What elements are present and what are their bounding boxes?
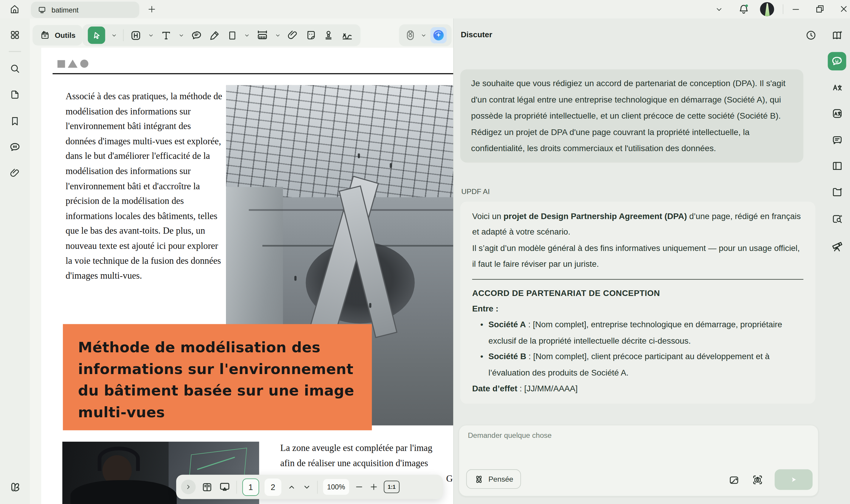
tools-menu-button[interactable]: Outils (33, 25, 83, 46)
shapes-icon[interactable] (227, 30, 238, 41)
next-page-icon[interactable] (302, 482, 312, 492)
ai-search-button[interactable] (831, 213, 844, 225)
close-window-button[interactable] (839, 4, 849, 14)
zoom-level-box[interactable]: 100% (323, 479, 349, 495)
stamp-icon[interactable] (323, 29, 335, 41)
reading-mode-button[interactable] (831, 160, 844, 172)
ai-translate-page-button[interactable] (831, 107, 844, 120)
document-paragraph[interactable]: Associé à des cas pratiques, la méthode … (66, 89, 222, 283)
page-button-1[interactable]: 1 (242, 479, 259, 496)
chat-history-button[interactable] (805, 29, 817, 41)
pen-icon[interactable] (209, 29, 220, 41)
page-button-2[interactable]: 2 (264, 479, 281, 496)
appearance-button[interactable] (8, 481, 21, 493)
measure-icon[interactable] (256, 29, 269, 42)
sidebar-item-bookmarks[interactable] (9, 115, 21, 127)
updf-ai-button[interactable] (430, 27, 447, 43)
presentation-mode-icon[interactable] (218, 481, 231, 493)
zoom-in-icon[interactable] (369, 482, 378, 491)
ai-chat-icon (831, 55, 844, 68)
decor-triangle[interactable] (68, 60, 77, 68)
select-tool-button[interactable] (88, 26, 105, 44)
user-message-text: Je souhaite que vous rédigiez un accord … (471, 79, 785, 153)
document-title-block[interactable]: Méthode de modélisation des informations… (63, 324, 372, 430)
select-cursor-icon (91, 30, 102, 40)
user-avatar[interactable] (760, 2, 774, 16)
chat-input-box[interactable]: Pensée (459, 425, 818, 497)
ai-files-button[interactable] (831, 186, 844, 198)
send-arrow-icon (789, 475, 799, 485)
reader-sparkle-icon (831, 29, 844, 42)
shapes-chevron-icon[interactable] (244, 32, 250, 38)
ai-effective-date: Date d’effet : [JJ/MM/AAAA] (472, 381, 803, 396)
ai-divider (472, 279, 803, 280)
heading-chevron-icon[interactable] (148, 32, 154, 38)
previous-page-icon[interactable] (287, 482, 297, 492)
zoom-out-icon[interactable] (354, 482, 364, 491)
attach-icon[interactable] (287, 29, 299, 41)
tab-batiment[interactable]: batiment (31, 1, 140, 18)
thumbnail-view-icon[interactable] (201, 481, 213, 493)
redact-chevron-icon[interactable] (421, 32, 427, 38)
insert-image-button[interactable] (728, 474, 740, 486)
screenshot-button[interactable] (751, 473, 764, 486)
text-icon[interactable] (160, 29, 172, 41)
sticker-icon[interactable] (305, 29, 317, 41)
document-caption[interactable]: La zone aveugle est complétée par l'imag… (280, 440, 453, 471)
chat-input-field[interactable] (467, 430, 773, 469)
expand-toolbar-button[interactable] (181, 480, 196, 494)
redact-icon[interactable] (404, 29, 417, 42)
ai-chat-tab-active[interactable] (828, 52, 846, 71)
history-clock-icon (805, 29, 817, 41)
heading-icon[interactable] (130, 29, 142, 41)
signature-icon[interactable] (340, 28, 355, 42)
decor-square[interactable] (57, 60, 65, 68)
actual-size-button[interactable]: 1:1 (384, 481, 400, 493)
summary-sparkle-icon (831, 134, 844, 146)
apps-grid-icon (9, 29, 21, 40)
select-tool-chevron-icon[interactable] (111, 32, 117, 38)
text-chevron-icon[interactable] (178, 32, 184, 38)
decor-rule[interactable] (52, 73, 453, 74)
window-menu-button[interactable] (715, 5, 723, 13)
new-tab-button[interactable] (147, 5, 156, 13)
sidebar-item-pages[interactable] (9, 89, 21, 100)
ai-translate-button[interactable] (831, 82, 844, 94)
sidebar-item-apps[interactable] (9, 29, 21, 40)
ai-intro: Voici un projet de Design Partnership Ag… (472, 208, 803, 240)
translate-icon (831, 82, 844, 94)
ai-between-label: Entre : (472, 301, 803, 317)
sidebar-item-attachments[interactable] (9, 167, 21, 179)
photo-figure (390, 163, 392, 168)
photo-figure (294, 276, 296, 281)
pdf-page[interactable]: Associé à des cas pratiques, la méthode … (41, 48, 453, 504)
ai-chat-panel: Discuter Je souhaite que vous rédigiez u… (453, 18, 824, 504)
sidebar-item-search[interactable] (9, 63, 21, 74)
restore-window-icon (815, 4, 825, 14)
comment-bubble-icon[interactable] (190, 29, 203, 41)
tab-title: batiment (52, 6, 79, 14)
decor-circle[interactable] (80, 60, 88, 68)
notifications-button[interactable] (738, 3, 750, 17)
ai-search-icon (831, 213, 844, 225)
restore-window-button[interactable] (815, 4, 825, 14)
toolbar-divider (317, 481, 318, 493)
minimize-button[interactable] (791, 4, 801, 14)
sidebar-item-comments[interactable] (8, 141, 21, 154)
ai-sender-label: UPDF AI (461, 187, 490, 196)
ai-summary-button[interactable] (831, 134, 844, 146)
document-title-text: Méthode de modélisation des informations… (78, 337, 357, 423)
document-viewport[interactable]: Associé à des cas pratiques, la méthode … (30, 18, 453, 504)
thinking-mode-button[interactable]: Pensée (466, 469, 521, 489)
measure-chevron-icon[interactable] (275, 32, 281, 38)
chevron-down-icon (715, 5, 723, 13)
user-message-bubble: Je souhaite que vous rédigiez un accord … (460, 69, 803, 163)
ai-reader-button[interactable] (831, 29, 844, 42)
left-sidebar (0, 18, 30, 504)
home-button[interactable] (9, 4, 20, 15)
send-message-button[interactable] (775, 469, 812, 490)
ai-explore-button[interactable] (831, 239, 844, 252)
notification-dot (745, 4, 748, 7)
close-icon (839, 4, 849, 14)
title-bar: batiment (0, 0, 850, 18)
